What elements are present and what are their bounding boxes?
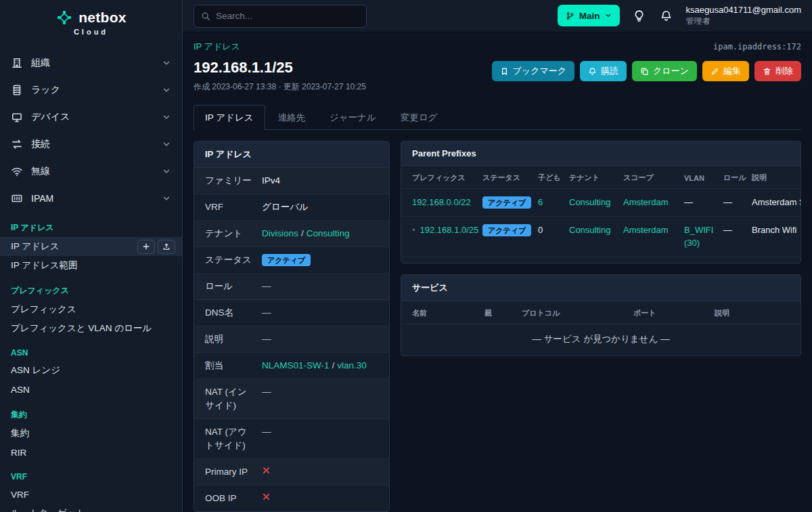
detail-row-assignment: 割当 NLAMS01-SW-1/vlan.30	[194, 353, 389, 379]
bell-icon	[588, 67, 597, 76]
sidebar-item-label: プレフィックスと VLAN のロール	[11, 322, 152, 335]
sidebar-item-ip-addresses[interactable]: IP アドレス	[0, 237, 182, 256]
section-header-aggregates: 集約	[0, 399, 182, 424]
chevron-down-icon	[162, 167, 171, 176]
chevron-down-icon	[162, 194, 171, 203]
subscribe-button[interactable]: 購読	[580, 61, 627, 81]
edit-button[interactable]: 編集	[702, 61, 749, 81]
detail-row-nat-outside: NAT (アウトサイド) —	[194, 419, 389, 459]
search-icon	[201, 12, 210, 21]
tab-journal[interactable]: ジャーナル	[318, 105, 388, 130]
tenant-link[interactable]: Consulting	[569, 225, 610, 235]
sidebar-item-label: ASN	[11, 385, 30, 395]
sidebar-item-ipam[interactable]: IPAM	[0, 185, 182, 212]
status-badge: アクティブ	[262, 254, 311, 266]
sidebar-item-prefixes[interactable]: プレフィックス	[0, 300, 182, 319]
clone-button[interactable]: クローン	[632, 61, 697, 81]
global-search[interactable]	[194, 5, 367, 28]
branch-selector-label: Main	[579, 11, 600, 21]
prefix-row: 192.168.1.0/25 アクティブ 0 Consulting Amster…	[401, 216, 800, 257]
sidebar-item-aggregates[interactable]: 集約	[0, 424, 182, 443]
search-input[interactable]	[216, 11, 359, 21]
sidebar-item-label: IP アドレス範囲	[11, 259, 78, 272]
netbox-brand[interactable]: netbox Cloud	[0, 0, 182, 41]
pencil-icon	[710, 67, 719, 76]
nav-group-label: 組織	[31, 57, 154, 69]
chevron-down-icon	[162, 58, 171, 68]
detail-row-status: ステータス アクティブ	[194, 247, 389, 274]
section-header-asn: ASN	[0, 338, 182, 361]
sidebar-item-label: ルートターゲット	[11, 507, 85, 512]
table-header-row: 名前 親 プロトコル ポート 説明	[401, 301, 800, 324]
sidebar-item-racks[interactable]: ラック	[0, 77, 182, 104]
import-ip-address-button[interactable]	[158, 240, 175, 254]
bookmark-button[interactable]: ブックマーク	[492, 61, 575, 81]
prefix-link[interactable]: 192.168.1.0/25	[420, 225, 479, 235]
detail-row-role: ロール —	[194, 274, 389, 300]
sidebar-item-rirs[interactable]: RIR	[0, 443, 182, 462]
sidebar-item-devices[interactable]: デバイス	[0, 104, 182, 131]
sidebar-item-prefix-vlan-roles[interactable]: プレフィックスと VLAN のロール	[0, 319, 182, 338]
section-header-ip-addresses: IP アドレス	[0, 212, 182, 237]
user-menu[interactable]: ksaegusa041711@gmail.com 管理者	[686, 5, 802, 26]
parent-prefixes-table: プレフィックス ステータス 子ども テナント スコープ VLAN ロール 説明	[401, 166, 800, 257]
vlan-link[interactable]: B_WIFI (30)	[684, 225, 713, 249]
theme-toggle-button[interactable]	[632, 8, 647, 23]
tab-contacts[interactable]: 連絡先	[267, 105, 317, 130]
user-email: ksaegusa041711@gmail.com	[686, 5, 802, 16]
sidebar-item-vrfs[interactable]: VRF	[0, 485, 182, 504]
card-title: IP アドレス	[194, 142, 389, 168]
main-area: Main ksaegusa041711@gmail.com 管理者 IP アドレ…	[183, 0, 812, 512]
sidebar-item-wireless[interactable]: 無線	[0, 158, 182, 185]
ip-address-detail-card: IP アドレス ファミリー IPv4 VRF グローバル テナント	[194, 141, 390, 512]
interface-link[interactable]: vlan.30	[337, 360, 367, 370]
nav-group-label: デバイス	[31, 111, 154, 123]
rack-icon	[11, 84, 23, 96]
sidebar-item-route-targets[interactable]: ルートターゲット	[0, 504, 182, 512]
nav-group-label: IPAM	[31, 193, 154, 204]
branch-selector-button[interactable]: Main	[558, 5, 620, 26]
breadcrumb[interactable]: IP アドレス	[194, 41, 240, 53]
sidebar-item-label: VRF	[11, 490, 29, 500]
services-table: 名前 親 プロトコル ポート 説明 — サービス が見つかりません —	[401, 301, 800, 356]
tenant-group-link[interactable]: Divisions	[262, 228, 298, 238]
object-actions: ブックマーク 購読 クローン 編集	[492, 61, 801, 81]
add-ip-address-button[interactable]	[137, 240, 155, 254]
brand-subtitle: Cloud	[0, 28, 182, 36]
prefix-description: Amsterdam Site Supernet	[746, 189, 800, 217]
created-updated-meta: 作成 2023-06-27 13:38 · 更新 2023-07-27 10:2…	[194, 81, 366, 93]
delete-button[interactable]: 削除	[754, 61, 801, 81]
tab-changelog[interactable]: 変更ログ	[389, 105, 449, 130]
sidebar-item-asns[interactable]: ASN	[0, 380, 182, 399]
section-header-vrf: VRF	[0, 462, 182, 485]
tab-ip-address[interactable]: IP アドレス	[194, 105, 265, 130]
nav-group-label: 無線	[31, 165, 154, 177]
children-count-link[interactable]: 6	[538, 197, 543, 207]
detail-row-nat-inside: NAT (インサイド) —	[194, 379, 389, 419]
connection-icon	[11, 138, 23, 150]
upload-icon	[162, 242, 171, 251]
device-icon	[11, 111, 23, 123]
tenant-link[interactable]: Consulting	[307, 228, 350, 238]
sidebar-item-label: ASN レンジ	[11, 364, 60, 377]
sidebar-item-connections[interactable]: 接続	[0, 131, 182, 158]
section-header-prefixes: プレフィックス	[0, 275, 182, 300]
detail-row-description: 説明 —	[194, 326, 389, 353]
sidebar-item-asn-ranges[interactable]: ASN レンジ	[0, 361, 182, 380]
prefix-description: Branch Wifi	[746, 216, 800, 257]
scope-link[interactable]: Amsterdam	[623, 225, 668, 235]
building-icon	[11, 57, 23, 69]
prefix-link[interactable]: 192.168.0.0/22	[412, 197, 471, 207]
detail-row-primary-ip: Primary IP	[194, 459, 389, 486]
nav-group-label: 接続	[31, 138, 154, 150]
sidebar-nav: 組織 ラック デバイス	[0, 41, 182, 512]
sidebar-item-organization[interactable]: 組織	[0, 49, 182, 77]
services-card: サービス 名前 親 プロトコル ポート	[401, 274, 801, 356]
tenant-link[interactable]: Consulting	[569, 197, 610, 207]
device-link[interactable]: NLAMS01-SW-1	[262, 360, 330, 370]
status-badge: アクティブ	[482, 196, 531, 209]
chevron-down-icon	[605, 12, 612, 19]
sidebar-item-ip-ranges[interactable]: IP アドレス範囲	[0, 256, 182, 275]
notifications-button[interactable]	[659, 8, 674, 23]
scope-link[interactable]: Amsterdam	[623, 197, 668, 207]
